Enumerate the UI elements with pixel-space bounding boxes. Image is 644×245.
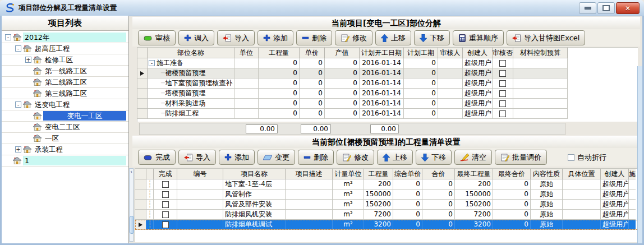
audit-checkbox[interactable] bbox=[499, 80, 506, 87]
tree-item-label[interactable]: 第一线路工区 bbox=[43, 66, 89, 76]
cell-measure-unit[interactable]: m² bbox=[333, 200, 364, 210]
cell-quantity[interactable]: 150000 bbox=[364, 189, 393, 200]
cell-material-budget[interactable] bbox=[513, 109, 568, 119]
tree-item-line3-area[interactable]: 第三线路工区 bbox=[2, 88, 128, 99]
tree-item-label[interactable]: 承装工程 bbox=[33, 145, 65, 154]
complete-checkbox[interactable] bbox=[162, 181, 169, 188]
cell-item-name[interactable]: 地下室-1至-4层 bbox=[223, 179, 286, 189]
cell-final-quantity[interactable]: 150200 bbox=[455, 200, 493, 210]
cell-period[interactable]: 0 bbox=[404, 89, 438, 99]
row-selector[interactable] bbox=[137, 68, 148, 78]
tree-item-substation1-area-selected[interactable]: 变电一工区 bbox=[2, 110, 128, 122]
cell-period[interactable]: 0 bbox=[404, 78, 438, 89]
audit-checkbox[interactable] bbox=[499, 60, 506, 67]
tree-item-label[interactable]: 送变电工程 bbox=[33, 100, 72, 109]
add-button[interactable]: 添加 bbox=[257, 30, 293, 45]
cell-period[interactable]: 0 bbox=[404, 68, 438, 78]
cell-comp-price[interactable]: 0 bbox=[393, 220, 422, 230]
cell-final-total[interactable]: 0 bbox=[493, 220, 531, 230]
modify-button[interactable]: 修改 bbox=[335, 30, 372, 45]
cell-output[interactable]: 0 bbox=[325, 68, 360, 78]
cell-output[interactable]: 0 bbox=[325, 109, 360, 119]
cell-quantity[interactable]: 0 bbox=[259, 58, 300, 68]
row-selector[interactable] bbox=[137, 78, 148, 89]
cell-nature[interactable]: 原始 bbox=[531, 220, 563, 230]
row-selector[interactable] bbox=[135, 200, 146, 210]
tree-item-label[interactable]: 2012年 bbox=[23, 33, 126, 42]
collapse-icon[interactable]: - bbox=[15, 45, 21, 52]
cell-final-total[interactable]: 0 bbox=[493, 200, 531, 210]
cell-total-price[interactable]: 0 bbox=[422, 179, 455, 189]
tree-item-1[interactable]: 1 bbox=[2, 155, 128, 167]
cell-start-date[interactable]: 2016-01-14 bbox=[360, 58, 404, 68]
cell-location[interactable] bbox=[563, 179, 601, 189]
cell-location[interactable] bbox=[563, 200, 601, 210]
cell-quantity[interactable]: 0 bbox=[259, 99, 300, 109]
tree-item-label[interactable]: 第三线路工区 bbox=[43, 89, 89, 98]
cell-unit[interactable] bbox=[234, 58, 259, 68]
cell-comp-price[interactable]: 0 bbox=[393, 210, 422, 220]
cell-output[interactable]: 0 bbox=[325, 89, 360, 99]
cell-final-total[interactable]: 0 bbox=[493, 210, 531, 220]
tree-item-substation2-area[interactable]: 变电二工区 bbox=[2, 122, 128, 133]
tree-item-label[interactable]: 一区 bbox=[43, 133, 61, 143]
cell-creator[interactable]: 超级用户 bbox=[601, 189, 629, 200]
import-gantt-excel-button[interactable]: 导入甘特图Excel bbox=[507, 30, 585, 45]
cell-part-name[interactable]: ┈材料采购进场 bbox=[148, 99, 234, 109]
cell-nature[interactable]: 原始 bbox=[531, 179, 563, 189]
cell-item-name[interactable]: 防排烟单机调试 bbox=[223, 220, 286, 230]
tree-item-label[interactable]: 1 bbox=[23, 156, 126, 165]
cell-final-total[interactable]: 0 bbox=[493, 179, 531, 189]
autowrap-option[interactable]: 自动折行 bbox=[568, 152, 606, 163]
row-selector[interactable] bbox=[137, 89, 148, 99]
cell-auditor[interactable] bbox=[438, 58, 463, 68]
collapse-icon[interactable]: - bbox=[5, 34, 11, 40]
tree-item-label[interactable]: 变电二工区 bbox=[43, 122, 82, 132]
cell-complete[interactable] bbox=[154, 220, 177, 230]
cell-auditor[interactable] bbox=[438, 89, 463, 99]
row-selector[interactable] bbox=[135, 220, 146, 230]
cell-unit[interactable] bbox=[234, 109, 259, 119]
cell-material-budget[interactable] bbox=[513, 68, 568, 78]
cell-start-date[interactable]: 2016-01-14 bbox=[360, 78, 404, 89]
cell-material-budget[interactable] bbox=[513, 78, 568, 89]
audit-checkbox[interactable] bbox=[499, 100, 506, 107]
tree-item-overhaul-area[interactable]: +检修工区 bbox=[2, 54, 128, 66]
cell-creator[interactable]: 超级用户 bbox=[601, 200, 629, 210]
complete-checkbox[interactable] bbox=[162, 211, 169, 218]
tree-item-label[interactable]: 检修工区 bbox=[43, 55, 75, 64]
cell-material-budget[interactable] bbox=[513, 99, 568, 109]
cell-audited[interactable] bbox=[493, 78, 513, 89]
cell-unit-price[interactable]: 0 bbox=[300, 68, 325, 78]
row-selector[interactable] bbox=[137, 58, 148, 68]
cell-code[interactable] bbox=[177, 220, 223, 230]
tree-item-power-transmission[interactable]: -送变电工程 bbox=[2, 99, 128, 110]
cell-period[interactable]: 0 bbox=[404, 99, 438, 109]
cell-comp-price[interactable]: 0 bbox=[393, 189, 422, 200]
cell-audited[interactable] bbox=[493, 109, 513, 119]
cell-quantity[interactable]: 0 bbox=[259, 78, 300, 89]
audit-checkbox[interactable] bbox=[499, 70, 506, 77]
move-down-button[interactable]: 下移 bbox=[414, 30, 450, 45]
cell-period[interactable]: 0 bbox=[404, 109, 438, 119]
cell-creator[interactable]: 超级用户 bbox=[601, 210, 629, 220]
cell-nature[interactable]: 原始 bbox=[531, 210, 563, 220]
cell-comp-price[interactable]: 0 bbox=[393, 179, 422, 189]
cell-auditor[interactable] bbox=[438, 99, 463, 109]
titlebar[interactable]: 项目部位分解及工程量清单设置 ✕ bbox=[0, 0, 644, 16]
cell-complete[interactable] bbox=[154, 200, 177, 210]
cell-final-quantity[interactable]: 150000 bbox=[455, 189, 493, 200]
move-up-button[interactable]: 上移 bbox=[377, 150, 413, 165]
cell-quantity[interactable]: 3200 bbox=[364, 220, 393, 230]
cell-location[interactable] bbox=[563, 210, 601, 220]
cell-item-desc[interactable] bbox=[286, 200, 333, 210]
row-selector[interactable] bbox=[135, 179, 146, 189]
audit-checkbox[interactable] bbox=[499, 110, 506, 117]
audit-button[interactable]: 审核 bbox=[138, 30, 176, 45]
cell-code[interactable] bbox=[177, 200, 223, 210]
expand-icon[interactable]: + bbox=[15, 146, 21, 152]
row-selector[interactable] bbox=[135, 210, 146, 220]
cell-code[interactable] bbox=[177, 210, 223, 220]
cell-output[interactable]: 0 bbox=[325, 58, 360, 68]
cell-nature[interactable]: 原始 bbox=[531, 189, 563, 200]
